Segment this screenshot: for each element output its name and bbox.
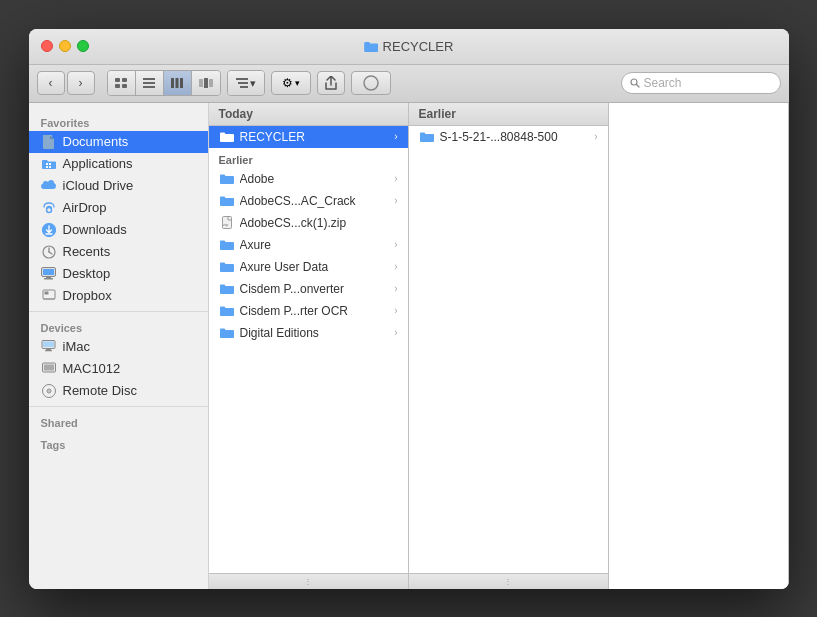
arrange-group: ▾ (227, 70, 265, 96)
pane-detail-content (609, 103, 788, 589)
sidebar-item-desktop[interactable]: Desktop (29, 263, 208, 285)
svg-rect-22 (46, 166, 48, 168)
list-view-icon (143, 78, 155, 88)
resize-handle-earlier[interactable]: ⋮ (506, 573, 510, 589)
svg-rect-2 (115, 84, 120, 88)
sidebar-item-icloud[interactable]: iCloud Drive (29, 175, 208, 197)
sidebar: Favorites Documents (29, 103, 209, 589)
pane-today: Today RECYCLER › Earlier (209, 103, 409, 589)
s1521-icon (419, 129, 435, 145)
gear-icon: ⚙ (282, 76, 293, 90)
maximize-button[interactable] (77, 40, 89, 52)
svg-rect-38 (43, 342, 54, 348)
sidebar-item-applications[interactable]: Applications (29, 153, 208, 175)
adobecs-crack-chevron: › (394, 195, 397, 206)
file-item-adobecs-zip[interactable]: zip AdobeCS...ck(1).zip (209, 212, 408, 234)
recycler-chevron: › (394, 131, 397, 142)
gear-button[interactable]: ⚙ ▾ (271, 71, 311, 95)
sidebar-item-mac1012[interactable]: MAC1012 (29, 358, 208, 380)
file-item-digital-editions[interactable]: Digital Editions › (209, 322, 408, 344)
downloads-icon (41, 222, 57, 238)
shared-label: Shared (29, 411, 208, 431)
recents-label: Recents (63, 244, 111, 259)
svg-rect-4 (143, 78, 155, 80)
devices-label: Devices (29, 316, 208, 336)
cisdem-onverter-chevron: › (394, 283, 397, 294)
svg-rect-33 (44, 278, 53, 280)
applications-label: Applications (63, 156, 133, 171)
search-box[interactable]: Search (621, 72, 781, 94)
applications-icon (41, 156, 57, 172)
svg-line-18 (636, 85, 639, 88)
resize-handle-today[interactable]: ⋮ (306, 573, 310, 589)
sidebar-item-documents[interactable]: Documents (29, 131, 208, 153)
adobecs-zip-label: AdobeCS...ck(1).zip (240, 216, 398, 230)
file-item-recycler[interactable]: RECYCLER › (209, 126, 408, 148)
cisdem-onverter-icon (219, 281, 235, 297)
file-item-adobecs-crack[interactable]: AdobeCS...AC_Crack › (209, 190, 408, 212)
file-item-s1521[interactable]: S-1-5-21-...80848-500 › (409, 126, 608, 148)
sidebar-item-recents[interactable]: Recents (29, 241, 208, 263)
cisdem-onverter-label: Cisdem P...onverter (240, 282, 390, 296)
sidebar-item-imac[interactable]: iMac (29, 336, 208, 358)
traffic-lights (41, 40, 89, 52)
tags-label: Tags (29, 431, 208, 453)
svg-rect-5 (143, 82, 155, 84)
main-content: Favorites Documents (29, 103, 789, 589)
view-icon-button[interactable] (108, 71, 136, 95)
imac-label: iMac (63, 339, 90, 354)
file-item-axure-user[interactable]: Axure User Data › (209, 256, 408, 278)
share-button[interactable] (317, 71, 345, 95)
axure-icon (219, 237, 235, 253)
documents-icon (41, 134, 57, 150)
view-column-button[interactable] (164, 71, 192, 95)
adobecs-zip-icon: zip (219, 215, 235, 231)
file-item-cisdem-ocr[interactable]: Cisdem P...rter OCR › (209, 300, 408, 322)
pane-earlier-header: Earlier (409, 103, 608, 126)
desktop-icon (41, 266, 57, 282)
sidebar-item-remote-disc[interactable]: Remote Disc (29, 380, 208, 402)
divider-1 (29, 311, 208, 312)
pane-today-footer: ⋮ (209, 573, 408, 589)
cisdem-ocr-label: Cisdem P...rter OCR (240, 304, 390, 318)
close-button[interactable] (41, 40, 53, 52)
axure-user-chevron: › (394, 261, 397, 272)
svg-rect-6 (143, 86, 155, 88)
sidebar-item-downloads[interactable]: Downloads (29, 219, 208, 241)
axure-user-label: Axure User Data (240, 260, 390, 274)
recents-icon (41, 244, 57, 260)
search-placeholder: Search (644, 76, 682, 90)
file-item-cisdem-onverter[interactable]: Cisdem P...onverter › (209, 278, 408, 300)
imac-icon (41, 339, 57, 355)
minimize-button[interactable] (59, 40, 71, 52)
nav-buttons: ‹ › (37, 71, 95, 95)
cover-view-icon (199, 78, 213, 88)
earlier-group-label: Earlier (209, 148, 408, 168)
adobecs-crack-label: AdobeCS...AC_Crack (240, 194, 390, 208)
file-item-axure[interactable]: Axure › (209, 234, 408, 256)
pane-earlier-content: S-1-5-21-...80848-500 › (409, 126, 608, 573)
svg-rect-11 (204, 78, 208, 88)
svg-rect-14 (238, 82, 248, 84)
svg-line-29 (49, 252, 52, 254)
forward-button[interactable]: › (67, 71, 95, 95)
view-cover-button[interactable] (192, 71, 220, 95)
tag-button[interactable] (351, 71, 391, 95)
remote-disc-icon (41, 383, 57, 399)
file-browser: Today RECYCLER › Earlier (209, 103, 789, 589)
back-button[interactable]: ‹ (37, 71, 65, 95)
pane-today-content: RECYCLER › Earlier Adobe › (209, 126, 408, 573)
arrange-button[interactable]: ▾ (228, 71, 264, 95)
view-list-button[interactable] (136, 71, 164, 95)
file-item-adobe[interactable]: Adobe › (209, 168, 408, 190)
view-buttons (107, 70, 221, 96)
sidebar-item-airdrop[interactable]: AirDrop (29, 197, 208, 219)
svg-rect-0 (115, 78, 120, 82)
search-icon (630, 78, 640, 88)
svg-rect-15 (240, 86, 248, 88)
sidebar-item-dropbox[interactable]: Dropbox (29, 285, 208, 307)
axure-label: Axure (240, 238, 390, 252)
icloud-label: iCloud Drive (63, 178, 134, 193)
cisdem-ocr-icon (219, 303, 235, 319)
remote-disc-label: Remote Disc (63, 383, 137, 398)
